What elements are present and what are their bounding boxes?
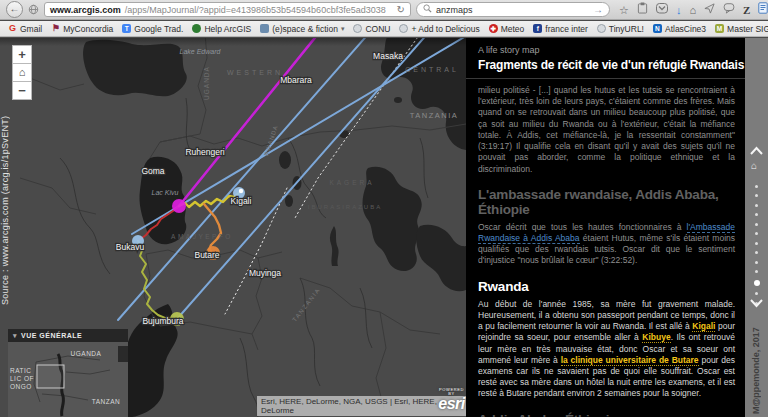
send-tab-icon[interactable] xyxy=(704,3,715,17)
story-link[interactable]: la clinique universitaire de Butare xyxy=(561,355,699,366)
map-zoom-controls: + ⌂ − xyxy=(12,45,32,99)
place-label-ruhengeri: Ruhengeri xyxy=(185,147,224,157)
site-globe-icon xyxy=(28,1,39,19)
bookmark-label: Help ArcGIS xyxy=(204,24,251,34)
section-heading: L'ambassade rwandaise, Addis Ababa, Éthi… xyxy=(478,187,735,217)
nav-dot[interactable] xyxy=(755,251,758,254)
nav-dot[interactable] xyxy=(755,261,758,264)
story-paragraph: Oscar décrit que tous les hautes fonctio… xyxy=(478,222,735,267)
pocket-icon[interactable] xyxy=(656,3,668,17)
bookmark-atlascine3[interactable]: NAtlasCine3 xyxy=(653,24,706,34)
overview-label-lic-of: LIC OF xyxy=(10,375,34,382)
bookmark-label: CONU xyxy=(365,24,390,34)
bookmark-gmail[interactable]: GGmail xyxy=(8,24,42,34)
bookmark-label: MyConcordia xyxy=(63,24,113,34)
story-body[interactable]: milieu politisé - [...] quand les hutus … xyxy=(466,79,745,417)
bookmark--add-to-delicious[interactable]: + Add to Delicious xyxy=(399,24,479,34)
back-button[interactable]: ← xyxy=(6,1,23,18)
water-label: Lac Kivu xyxy=(152,189,179,196)
bookmark-conu[interactable]: CONU xyxy=(353,24,390,34)
nav-dot[interactable] xyxy=(755,292,758,295)
master-sig-icon: M xyxy=(715,24,724,33)
zoom-out-button[interactable]: − xyxy=(12,81,32,100)
clipboard-icon[interactable] xyxy=(637,2,648,17)
nav-down-chevron-icon[interactable] xyxy=(749,298,764,308)
nav-dot-active[interactable] xyxy=(754,280,760,286)
zoom-home-button[interactable]: ⌂ xyxy=(12,63,32,82)
place-label-bukavu: Bukavu xyxy=(116,242,145,252)
nav-up-chevron-icon[interactable] xyxy=(749,146,764,156)
story-link[interactable]: Kigali xyxy=(692,321,715,332)
region-label-iburasirazuba: IBURASIRAZUBA xyxy=(308,204,382,210)
nav-dot[interactable] xyxy=(755,242,758,245)
chat-bubble-icon[interactable] xyxy=(723,3,735,17)
marker-kigali-inner-dot xyxy=(239,189,243,193)
region-label-western: WESTERN xyxy=(227,69,283,76)
myconcordia-icon: ⚑ xyxy=(51,24,60,33)
place-label-muyinga: Muyinga xyxy=(249,268,281,278)
search-value: anzmaps xyxy=(436,5,473,15)
bookmark-meteo[interactable]: ✚Meteo xyxy=(489,24,525,34)
bookmark-star-icon[interactable]: ☆ xyxy=(619,3,629,17)
search-icon xyxy=(423,4,432,15)
bookmark-master-sig-ujm[interactable]: MMaster SIG UJM xyxy=(715,24,768,34)
nav-dot[interactable] xyxy=(755,194,758,197)
search-go-icon[interactable]: → xyxy=(593,4,603,15)
source-credit: Source : www.arcgis.com (arcg.is/1pSvENT… xyxy=(0,90,10,305)
story-paragraph: milieu politisé - [...] quand les hutus … xyxy=(478,85,735,175)
nav-dots xyxy=(745,178,768,311)
overview-map[interactable]: UGANDARATICLIC OFONGOTANZAN xyxy=(8,342,128,417)
region-label-uganda: UGANDA xyxy=(203,66,210,100)
bookmark-help-arcgis[interactable]: Help ArcGIS xyxy=(192,24,251,34)
zotero-icon[interactable]: Z xyxy=(743,3,750,17)
bookmark-google-trad-[interactable]: TGoogle Trad. xyxy=(122,24,183,34)
bookmark-label: AtlasCine3 xyxy=(665,24,706,34)
region-label-central: CENTRAL xyxy=(405,66,459,73)
overview-label-ratic: RATIC xyxy=(10,367,32,374)
bookmark-france-inter[interactable]: ffrance inter xyxy=(533,24,588,34)
map-canvas[interactable]: WESTERNCENTRALTANZANIAUGANDARWANDAKAGERA… xyxy=(0,38,466,417)
bookmark-label: + Add to Delicious xyxy=(411,24,479,34)
toolbar-icons: ☆ ↓ ⌂ Z ▾ ≡ xyxy=(619,2,768,17)
section-heading: Addis Ababa, Éthiopie xyxy=(478,412,735,417)
overview-header[interactable]: ▾VUE GÉNÉRALE xyxy=(8,329,128,342)
globe-icon xyxy=(353,24,362,33)
search-input[interactable]: anzmaps → xyxy=(416,2,610,17)
url-input[interactable]: www.arcgis.com/apps/MapJournal/?appid=e4… xyxy=(44,2,411,17)
refresh-icon[interactable]: ↻ xyxy=(397,4,405,15)
downloads-icon[interactable]: ↓ xyxy=(676,3,682,17)
nav-dot[interactable] xyxy=(755,185,758,188)
journal-credit: M@ppemonde, 2017 xyxy=(751,314,761,414)
browser-window: ← www.arcgis.com/apps/MapJournal/?appid=… xyxy=(0,0,768,417)
nav-dot[interactable] xyxy=(755,270,758,273)
overview-label-uganda: UGANDA xyxy=(71,350,102,357)
region-label-kagera: KAGERA xyxy=(329,179,374,186)
overview-extent-rect[interactable] xyxy=(37,365,64,388)
map-attribution: Esri, HERE, DeLorme, NGA, USGS | Esri, H… xyxy=(257,396,466,416)
home-icon[interactable]: ⌂ xyxy=(689,3,696,17)
place-label-mbarara: Mbarara xyxy=(280,75,312,85)
bookmark--e-space-fiction[interactable]: (e)space & fiction▾ xyxy=(260,24,344,34)
document-icon[interactable] xyxy=(758,2,768,17)
nav-dot[interactable] xyxy=(755,204,758,207)
bookmark-myconcordia[interactable]: ⚑MyConcordia xyxy=(51,24,113,34)
bookmark-tinyurl-[interactable]: TinyURL! xyxy=(597,24,644,34)
nav-dot[interactable] xyxy=(755,213,758,216)
bookmark-label: TinyURL! xyxy=(609,24,644,34)
region-label-amajyepfo: AMAJYEPFO xyxy=(171,233,233,240)
story-text: milieu politisé - [...] quand les hutus … xyxy=(478,85,735,174)
nav-dot[interactable] xyxy=(755,223,758,226)
section-nav-strip: ⌂ M@ppemonde, 2017 xyxy=(745,38,768,417)
chevron-down-icon: ▾ xyxy=(341,25,345,33)
place-label-masaka: Masaka xyxy=(373,51,403,61)
nav-dot[interactable] xyxy=(755,232,758,235)
bookmark-label: Gmail xyxy=(20,24,42,34)
url-domain: www.arcgis.com xyxy=(50,5,121,15)
google-translate-icon: T xyxy=(122,24,131,33)
story-link[interactable]: Kibuye xyxy=(642,332,670,343)
zoom-in-button[interactable]: + xyxy=(12,45,32,64)
france-inter-icon: f xyxy=(533,24,542,33)
marker-kibuye[interactable] xyxy=(172,199,186,213)
nav-home-icon[interactable]: ⌂ xyxy=(751,160,757,171)
globe-icon xyxy=(597,24,606,33)
